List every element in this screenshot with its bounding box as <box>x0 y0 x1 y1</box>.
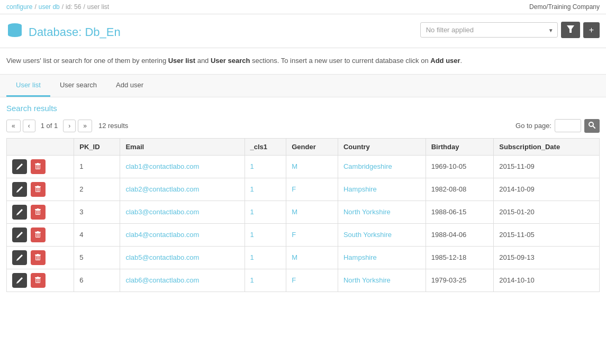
cell-birthday: 1988-06-15 <box>426 201 494 223</box>
cell-cls1: 1 <box>245 178 286 201</box>
top-nav: configure / user db / id: 56 / user list… <box>0 0 606 14</box>
delete-button[interactable] <box>31 273 46 288</box>
row-actions <box>7 223 74 246</box>
goto-button[interactable] <box>584 119 600 133</box>
svg-rect-30 <box>37 231 39 232</box>
content: Search results « ‹ 1 of 1 › » 12 results… <box>0 97 606 298</box>
company-name: Demo/Training Company <box>529 3 600 11</box>
cell-subscription-date: 2014-10-09 <box>494 178 600 201</box>
cell-country: Hampshire <box>338 246 426 269</box>
description: View users' list or search for one of th… <box>0 48 606 74</box>
goto-label: Go to page: <box>515 122 551 130</box>
svg-rect-45 <box>39 279 40 283</box>
svg-rect-13 <box>36 165 37 169</box>
cell-gender: F <box>286 178 338 201</box>
cell-id: 3 <box>74 201 120 223</box>
edit-button[interactable] <box>12 228 27 242</box>
cell-id: 5 <box>74 246 120 269</box>
col-actions <box>7 138 74 155</box>
delete-button[interactable] <box>31 182 46 197</box>
cell-birthday: 1979-03-25 <box>426 269 494 292</box>
breadcrumb-user-db[interactable]: user db <box>39 3 60 11</box>
delete-button[interactable] <box>31 228 46 242</box>
cell-id: 4 <box>74 223 120 246</box>
cell-gender: M <box>286 201 338 223</box>
user-search-label: User search <box>211 57 250 65</box>
cell-gender: F <box>286 269 338 292</box>
cell-subscription-date: 2014-10-10 <box>494 269 600 292</box>
cell-email: clab6@contactlabo.com <box>120 269 245 292</box>
cell-birthday: 1969-10-05 <box>426 155 494 178</box>
data-table: PK_ID Email _cls1 Gender Country Birthda… <box>6 138 600 292</box>
filter-apply-button[interactable] <box>561 22 580 38</box>
col-country: Country <box>338 138 426 155</box>
cell-email: clab4@contactlabo.com <box>120 223 245 246</box>
svg-rect-12 <box>37 163 39 164</box>
filter-select[interactable]: No filter applied <box>420 22 558 38</box>
col-pk-id: PK_ID <box>74 138 120 155</box>
breadcrumb-user-list: user list <box>87 3 109 11</box>
table-header: PK_ID Email _cls1 Gender Country Birthda… <box>7 138 600 155</box>
svg-rect-32 <box>38 233 39 237</box>
pagination-right: Go to page: <box>515 119 600 133</box>
cell-cls1: 1 <box>245 201 286 223</box>
cell-id: 2 <box>74 178 120 201</box>
edit-button[interactable] <box>12 273 27 288</box>
page-info: 1 of 1 <box>41 122 58 130</box>
tab-user-search[interactable]: User search <box>50 75 106 97</box>
edit-button[interactable] <box>12 159 27 174</box>
user-list-label: User list <box>168 57 195 65</box>
filter-select-wrapper: No filter applied <box>420 22 558 38</box>
table-row: 4 clab4@contactlabo.com 1 F South Yorksh… <box>7 223 600 246</box>
svg-rect-27 <box>39 211 40 214</box>
svg-rect-43 <box>36 279 37 283</box>
cell-gender: F <box>286 223 338 246</box>
cell-birthday: 1982-08-08 <box>426 178 494 201</box>
cell-id: 6 <box>74 269 120 292</box>
header-row: PK_ID Email _cls1 Gender Country Birthda… <box>7 138 600 155</box>
delete-button[interactable] <box>31 159 46 174</box>
tab-user-list[interactable]: User list <box>6 75 50 97</box>
svg-rect-33 <box>39 233 40 237</box>
search-results-title: Search results <box>6 104 600 113</box>
tab-add-user[interactable]: Add user <box>106 75 153 97</box>
svg-rect-31 <box>36 233 37 237</box>
add-user-label: Add user <box>430 57 460 65</box>
cell-subscription-date: 2015-11-05 <box>494 223 600 246</box>
cell-country: North Yorkshire <box>338 201 426 223</box>
cell-birthday: 1985-12-18 <box>426 246 494 269</box>
svg-rect-15 <box>39 165 40 169</box>
col-email: Email <box>120 138 245 155</box>
edit-button[interactable] <box>12 182 27 197</box>
breadcrumb-configure[interactable]: configure <box>6 3 32 11</box>
table-row: 5 clab5@contactlabo.com 1 M Hampshire 19… <box>7 246 600 269</box>
prev-page-button[interactable]: ‹ <box>23 120 35 132</box>
cell-subscription-date: 2015-11-09 <box>494 155 600 178</box>
edit-button[interactable] <box>12 205 27 220</box>
row-actions <box>7 246 74 269</box>
cell-email: clab2@contactlabo.com <box>120 178 245 201</box>
col-gender: Gender <box>286 138 338 155</box>
cell-country: North Yorkshire <box>338 269 426 292</box>
cell-id: 1 <box>74 155 120 178</box>
svg-rect-38 <box>38 256 39 260</box>
col-subscription-date: Subscription_Date <box>494 138 600 155</box>
cell-birthday: 1988-04-06 <box>426 223 494 246</box>
edit-button[interactable] <box>12 250 27 265</box>
col-cls1: _cls1 <box>245 138 286 155</box>
pagination-left: « ‹ 1 of 1 › » 12 results <box>6 120 128 132</box>
header-section: Database: Db_En No filter applied + <box>0 14 606 48</box>
col-birthday: Birthday <box>426 138 494 155</box>
add-filter-button[interactable]: + <box>583 22 600 38</box>
first-page-button[interactable]: « <box>6 120 21 132</box>
svg-rect-25 <box>36 211 37 214</box>
cell-country: South Yorkshire <box>338 223 426 246</box>
svg-rect-20 <box>38 188 39 192</box>
delete-button[interactable] <box>31 250 46 265</box>
next-page-button[interactable]: › <box>63 120 76 132</box>
delete-button[interactable] <box>31 205 46 220</box>
row-actions <box>7 178 74 201</box>
svg-point-6 <box>8 33 22 37</box>
goto-input[interactable] <box>555 119 581 132</box>
last-page-button[interactable]: » <box>78 120 92 132</box>
